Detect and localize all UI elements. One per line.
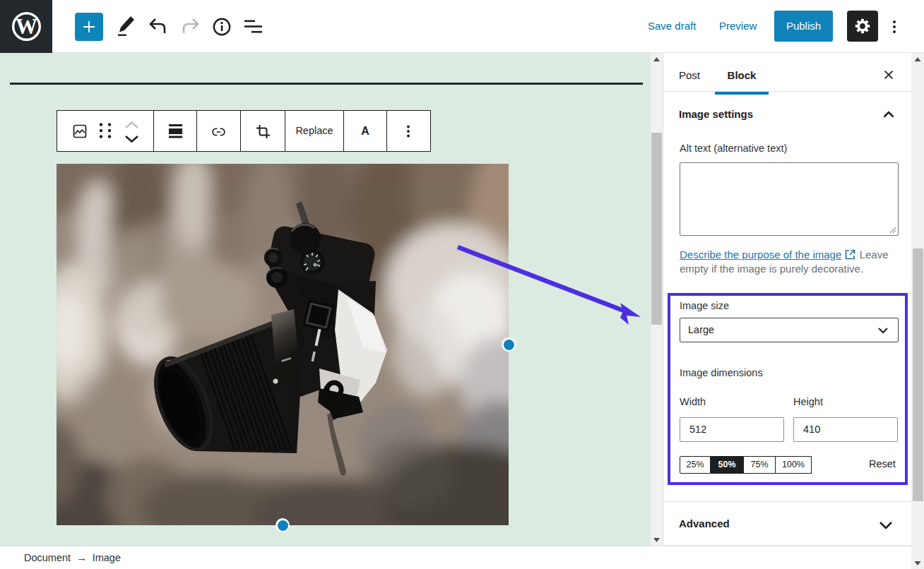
svg-text:W: W [16, 14, 37, 39]
